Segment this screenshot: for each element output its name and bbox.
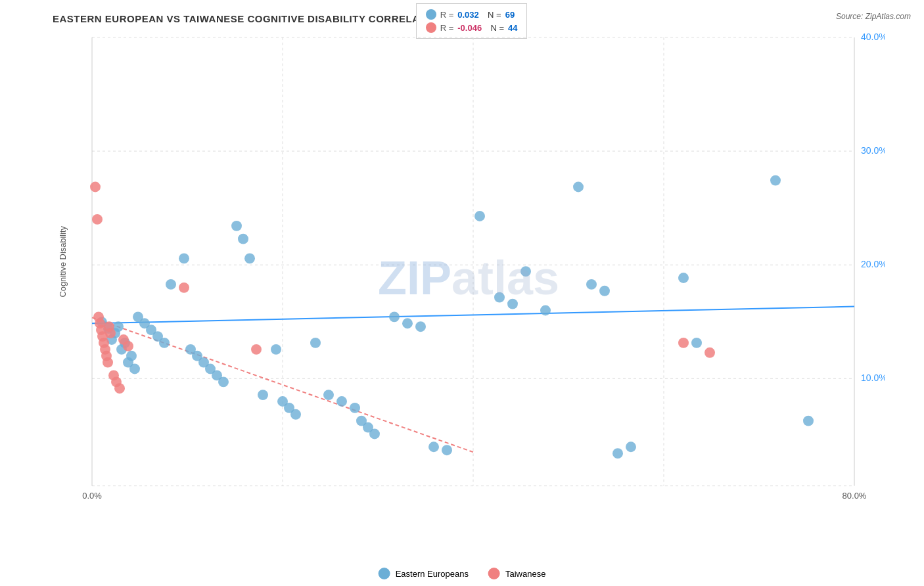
svg-point-57	[389, 311, 400, 322]
taiwanese-bottom-dot	[488, 568, 500, 579]
eastern-european-bottom-dot	[379, 568, 390, 579]
svg-text:20.0%: 20.0%	[861, 259, 885, 269]
legend-r-value-1: 0.032	[457, 10, 479, 20]
bottom-legend-eastern: Eastern Europeans	[379, 568, 469, 579]
svg-point-56	[369, 429, 380, 440]
svg-point-68	[586, 279, 597, 290]
chart-svg: 40.0% 30.0% 20.0% 10.0% 0.0% 80.0% Cogni…	[53, 31, 885, 525]
svg-point-73	[691, 338, 702, 348]
svg-point-61	[442, 445, 452, 455]
svg-point-43	[244, 253, 255, 263]
svg-point-65	[520, 266, 531, 277]
bottom-legend-taiwanese: Taiwanese	[488, 568, 545, 579]
svg-text:80.0%: 80.0%	[843, 491, 867, 501]
svg-point-72	[678, 273, 689, 283]
chart-container: EASTERN EUROPEAN VS TAIWANESE COGNITIVE …	[0, 0, 924, 586]
legend-row-eastern: R = 0.032 N = 69	[426, 9, 518, 20]
svg-point-50	[310, 338, 321, 348]
svg-point-85	[103, 357, 113, 368]
svg-point-95	[678, 338, 689, 348]
svg-point-45	[271, 344, 281, 355]
svg-point-69	[599, 286, 610, 296]
svg-point-77	[92, 214, 103, 225]
svg-text:10.0%: 10.0%	[861, 372, 885, 383]
svg-text:40.0%: 40.0%	[861, 32, 885, 42]
svg-point-28	[129, 364, 140, 374]
svg-text:Cognitive Disability: Cognitive Disability	[58, 225, 68, 297]
svg-point-35	[179, 253, 189, 263]
svg-point-59	[415, 321, 426, 332]
svg-point-49	[238, 234, 248, 244]
taiwanese-label: Taiwanese	[505, 569, 545, 579]
svg-point-52	[336, 396, 347, 407]
svg-text:30.0%: 30.0%	[861, 145, 885, 156]
legend-n-label-1: N =	[483, 10, 501, 20]
svg-point-60	[428, 441, 439, 452]
svg-point-75	[803, 416, 814, 426]
bottom-legend: Eastern Europeans Taiwanese	[379, 568, 546, 579]
svg-point-90	[114, 383, 125, 394]
svg-point-33	[159, 338, 170, 348]
legend-r-label-1: R =	[440, 10, 454, 20]
svg-point-41	[218, 376, 229, 387]
svg-point-51	[323, 390, 334, 400]
svg-point-42	[231, 221, 242, 231]
svg-point-92	[123, 341, 133, 351]
svg-point-63	[494, 292, 505, 303]
eastern-europeans-label: Eastern Europeans	[396, 569, 469, 579]
svg-point-48	[290, 409, 301, 420]
svg-point-96	[705, 348, 715, 358]
svg-point-70	[612, 448, 623, 459]
source-label: Source: ZipAtlas.com	[836, 12, 911, 21]
svg-point-44	[258, 390, 268, 400]
svg-point-58	[402, 318, 413, 328]
svg-point-34	[166, 279, 176, 290]
chart-area: ZIPatlas 40.0% 30.0% 20.0% 10.0% 0.0%	[53, 31, 885, 525]
svg-point-64	[507, 299, 518, 309]
svg-line-18	[92, 317, 473, 452]
svg-point-53	[350, 403, 360, 413]
svg-point-71	[626, 441, 636, 452]
eastern-european-legend-dot	[426, 9, 436, 20]
svg-point-94	[251, 344, 262, 355]
svg-point-74	[770, 175, 781, 186]
svg-point-93	[179, 282, 189, 293]
svg-point-67	[573, 182, 584, 192]
svg-point-62	[474, 211, 485, 221]
svg-text:0.0%: 0.0%	[82, 491, 102, 501]
legend-n-value-1: 69	[505, 10, 515, 20]
svg-point-87	[105, 328, 116, 338]
svg-point-66	[540, 305, 551, 316]
svg-point-76	[90, 182, 101, 192]
